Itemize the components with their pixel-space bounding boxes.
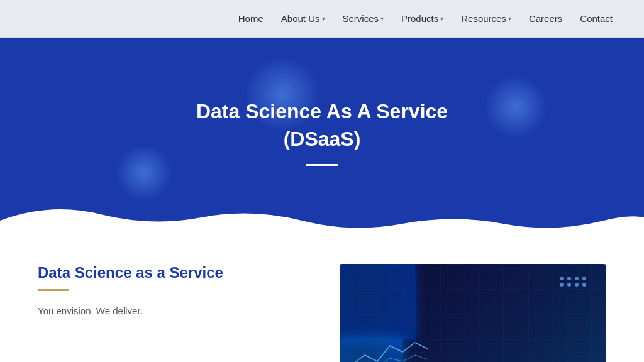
hero-orb-3 (116, 145, 172, 201)
nav-services[interactable]: Services ▾ (336, 9, 391, 28)
tech-circle-1 (340, 264, 415, 339)
content-left: Data Science as a Service You envision. … (38, 264, 302, 319)
tech-visual (340, 264, 606, 362)
chevron-down-icon: ▾ (440, 15, 443, 22)
chevron-down-icon: ▾ (322, 15, 325, 22)
nav-about[interactable]: About Us ▾ (275, 9, 331, 28)
hero-title: Data Science As A Service (DSaaS) (196, 98, 448, 152)
nav-careers[interactable]: Careers (523, 9, 569, 28)
chart-svg (352, 333, 428, 362)
content-image (340, 264, 606, 362)
nav-home[interactable]: Home (232, 9, 270, 28)
hero-divider (306, 164, 338, 166)
content-section: Data Science as a Service You envision. … (0, 239, 644, 362)
hero-orb-2 (484, 75, 547, 138)
hero-wave (0, 195, 644, 239)
nav-products[interactable]: Products ▾ (395, 9, 450, 28)
content-subtitle: You envision. We deliver. (38, 304, 302, 319)
nav-resources[interactable]: Resources ▾ (455, 9, 518, 28)
navbar: Home About Us ▾ Services ▾ Products ▾ Re… (0, 0, 644, 38)
hero-section: Data Science As A Service (DSaaS) (0, 38, 644, 239)
chevron-down-icon: ▾ (508, 15, 511, 22)
data-dots (560, 277, 587, 287)
content-title-divider (38, 289, 69, 291)
nav-contact[interactable]: Contact (574, 9, 619, 28)
chevron-down-icon: ▾ (380, 15, 384, 22)
content-title: Data Science as a Service (38, 264, 302, 282)
nav-links: Home About Us ▾ Services ▾ Products ▾ Re… (232, 9, 619, 28)
